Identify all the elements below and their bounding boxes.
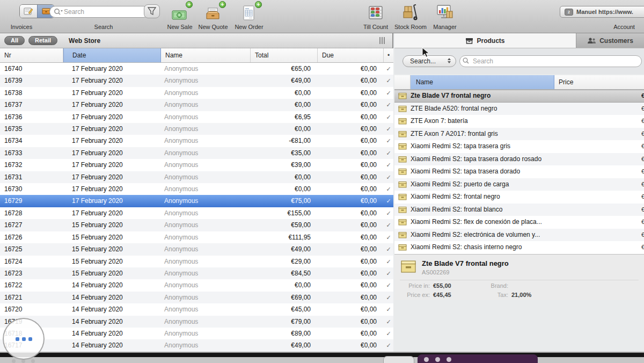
invoice-due: €0,00 bbox=[318, 303, 384, 315]
column-header-paid[interactable]: • bbox=[384, 48, 393, 62]
product-row[interactable]: ZTE Blade A520: frontal negro € bbox=[394, 103, 644, 115]
invoice-customer: Anonymous bbox=[161, 87, 251, 99]
invoice-nr: 16733 bbox=[0, 147, 63, 159]
invoice-row[interactable]: 16718 14 February 2020 Anonymous €89,00 … bbox=[0, 328, 393, 339]
invoice-paid-check-icon: ✓ bbox=[384, 75, 393, 86]
product-row[interactable]: ZTE Axon 7 A2017: frontal gris € bbox=[394, 128, 644, 141]
invoice-row[interactable]: 16720 14 February 2020 Anonymous €45,00 … bbox=[0, 303, 393, 315]
product-price-clipped: € bbox=[641, 140, 644, 153]
column-header-product-name[interactable]: Name bbox=[411, 75, 554, 89]
product-row[interactable]: Xiaomi Redmi S2: puerto de carga € bbox=[394, 178, 644, 191]
invoice-nr: 16737 bbox=[0, 99, 63, 111]
invoice-date: 17 February 2020 bbox=[63, 183, 161, 195]
invoice-due: €0,00 bbox=[318, 135, 384, 147]
invoice-total: €29,00 bbox=[251, 256, 318, 267]
product-box-icon bbox=[394, 105, 411, 112]
toolbar-search bbox=[49, 6, 149, 18]
invoice-row[interactable]: 16733 17 February 2020 Anonymous €35,00 … bbox=[0, 147, 393, 159]
new-quote-button[interactable]: + New Quote bbox=[196, 3, 230, 31]
product-row[interactable]: Xiaomi Redmi S2: chasis interno negro € bbox=[394, 241, 644, 254]
invoice-date: 17 February 2020 bbox=[63, 63, 161, 75]
invoice-row[interactable]: 16731 17 February 2020 Anonymous €0,00 €… bbox=[0, 171, 393, 183]
column-header-due[interactable]: Due bbox=[318, 48, 384, 62]
invoice-row[interactable]: 16717 14 February 2020 Anonymous €49,00 … bbox=[0, 339, 393, 351]
invoice-row[interactable]: 16722 14 February 2020 Anonymous €0,00 €… bbox=[0, 279, 393, 291]
invoice-row[interactable]: 16727 15 February 2020 Anonymous €59,00 … bbox=[0, 219, 393, 231]
new-sale-button[interactable]: + New Sale bbox=[163, 3, 197, 31]
invoice-row[interactable]: 16736 17 February 2020 Anonymous €6,95 €… bbox=[0, 111, 393, 123]
invoice-customer: Anonymous bbox=[161, 231, 251, 243]
invoice-date: 17 February 2020 bbox=[63, 111, 161, 123]
account-icon: 2 bbox=[565, 9, 573, 16]
invoice-paid-check-icon: ✓ bbox=[384, 171, 393, 183]
product-search-input[interactable] bbox=[459, 55, 642, 67]
invoice-paid-check-icon: ✓ bbox=[384, 243, 393, 255]
invoice-total: €69,00 bbox=[251, 292, 318, 303]
tab-customers[interactable]: Customers bbox=[576, 33, 644, 48]
invoice-total: €0,00 bbox=[251, 123, 318, 135]
background-window-dot-icon bbox=[21, 359, 25, 363]
filter-webstore-label[interactable]: Web Store bbox=[69, 37, 100, 45]
column-header-date[interactable]: Date bbox=[63, 48, 161, 62]
invoice-nr: 16720 bbox=[0, 303, 63, 315]
invoice-row[interactable]: 16726 15 February 2020 Anonymous €111,95… bbox=[0, 231, 393, 243]
invoice-row[interactable]: 16721 14 February 2020 Anonymous €69,00 … bbox=[0, 292, 393, 303]
toolbar-search-input[interactable] bbox=[49, 6, 149, 18]
invoice-row[interactable]: 16732 17 February 2020 Anonymous €39,00 … bbox=[0, 159, 393, 171]
product-row[interactable]: Xiaomi Redmi S2: tapa trasera dorado ros… bbox=[394, 153, 644, 166]
filter-all-button[interactable]: All bbox=[4, 36, 25, 45]
account-button[interactable]: 2 Manuel https://www. bbox=[560, 6, 644, 18]
filter-retail-button[interactable]: Retail bbox=[28, 36, 57, 45]
invoice-row[interactable]: 16737 17 February 2020 Anonymous €0,00 €… bbox=[0, 99, 393, 111]
search-toolbar-label: Search bbox=[82, 24, 125, 30]
invoice-nr: 16739 bbox=[0, 75, 63, 86]
product-row[interactable]: Xiaomi Redmi S2: tapa trasera dorado € bbox=[394, 165, 644, 178]
new-order-button[interactable]: + New Order bbox=[232, 3, 266, 31]
panel-drag-handle-icon[interactable] bbox=[379, 37, 386, 44]
stock-room-button[interactable]: Stock Room bbox=[393, 3, 428, 31]
product-row[interactable]: ZTE Axon 7: batería € bbox=[394, 115, 644, 128]
invoice-row[interactable]: 16734 17 February 2020 Anonymous -€81,00… bbox=[0, 135, 393, 147]
invoice-row[interactable]: 16739 17 February 2020 Anonymous €49,00 … bbox=[0, 75, 393, 86]
product-row[interactable]: Xiaomi Redmi S2: frontal negro € bbox=[394, 191, 644, 204]
search-filter-button[interactable] bbox=[144, 4, 160, 18]
till-count-button[interactable]: Till Count bbox=[358, 3, 393, 31]
invoice-customer: Anonymous bbox=[161, 159, 251, 171]
invoice-customer: Anonymous bbox=[161, 243, 251, 255]
invoice-row[interactable]: 16738 17 February 2020 Anonymous €0,00 €… bbox=[0, 87, 393, 99]
product-row[interactable]: Xiaomi Redmi S2: frontal blanco € bbox=[394, 204, 644, 216]
product-row[interactable]: Xiaomi Redmi S2: tapa trasera gris € bbox=[394, 140, 644, 153]
product-row[interactable]: Xiaomi Redmi S2: electrónica de volumen … bbox=[394, 229, 644, 242]
mouse-cursor-icon bbox=[422, 47, 429, 58]
column-header-nr[interactable]: Nr bbox=[0, 48, 63, 62]
invoice-date: 17 February 2020 bbox=[63, 75, 161, 86]
product-price-clipped: € bbox=[641, 178, 644, 191]
invoice-row[interactable]: 16719 14 February 2020 Anonymous €79,00 … bbox=[0, 316, 393, 328]
invoice-total: €155,00 bbox=[251, 207, 318, 219]
product-price-clipped: € bbox=[641, 90, 644, 103]
invoice-row[interactable]: 16740 17 February 2020 Anonymous €65,00 … bbox=[0, 63, 393, 75]
invoice-total: €6,95 bbox=[251, 111, 318, 123]
invoice-row[interactable]: 16729 17 February 2020 Anonymous €75,00 … bbox=[0, 195, 393, 207]
detail-price-in-label: Price in: bbox=[400, 282, 430, 289]
invoice-paid-check-icon: ✓ bbox=[384, 111, 393, 123]
product-row[interactable]: Zte Blade V7 frontal negro € bbox=[394, 90, 644, 103]
invoices-edit-view-button[interactable] bbox=[20, 5, 37, 18]
manager-button[interactable]: Manager bbox=[428, 3, 462, 31]
invoice-row[interactable]: 16728 17 February 2020 Anonymous €155,00… bbox=[0, 207, 393, 219]
column-header-total[interactable]: Total bbox=[251, 48, 318, 62]
product-search-scope-dropdown[interactable]: Search... bbox=[402, 55, 456, 67]
product-name: ZTE Axon 7 A2017: frontal gris bbox=[411, 128, 498, 141]
invoices-panel: All Retail Web Store Nr Date Name Total … bbox=[0, 33, 393, 352]
invoice-row[interactable]: 16730 17 February 2020 Anonymous €0,00 €… bbox=[0, 183, 393, 195]
product-row[interactable]: Xiaomi Redmi S2: flex de conexión de pla… bbox=[394, 216, 644, 229]
column-header-product-price[interactable]: Price bbox=[554, 75, 644, 89]
invoice-row[interactable]: 16725 15 February 2020 Anonymous €49,00 … bbox=[0, 243, 393, 255]
dropdown-selected-value: Search... bbox=[410, 57, 436, 65]
invoice-row[interactable]: 16724 15 February 2020 Anonymous €29,00 … bbox=[0, 256, 393, 267]
tab-products[interactable]: Products bbox=[394, 33, 576, 48]
invoice-row[interactable]: 16723 15 February 2020 Anonymous €84,50 … bbox=[0, 267, 393, 279]
invoice-nr: 16728 bbox=[0, 207, 63, 219]
column-header-name[interactable]: Name bbox=[161, 48, 251, 62]
invoice-row[interactable]: 16735 17 February 2020 Anonymous €0,00 €… bbox=[0, 123, 393, 135]
